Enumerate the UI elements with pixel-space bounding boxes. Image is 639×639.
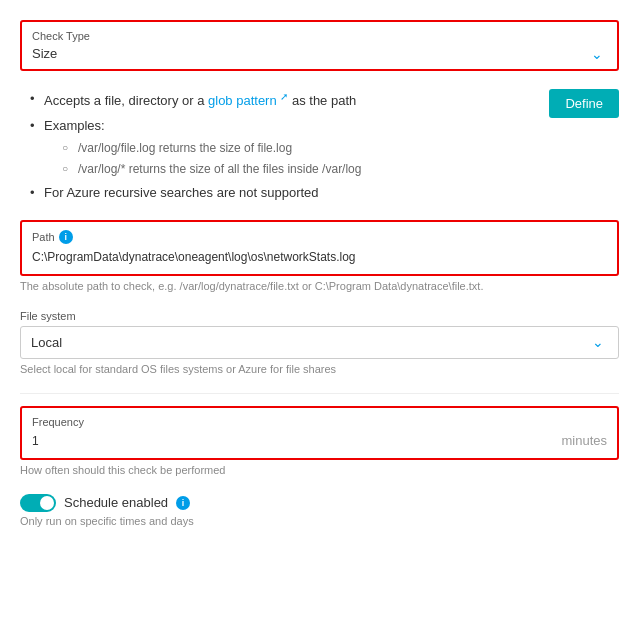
toggle-knob (40, 496, 54, 510)
frequency-input[interactable] (32, 432, 561, 450)
check-type-select[interactable]: Size Exists Age Count (32, 46, 607, 61)
bullet-azure: For Azure recursive searches are not sup… (30, 183, 537, 203)
schedule-label: Schedule enabled (64, 495, 168, 510)
bullet-text-before: Accepts a file, directory or a (44, 93, 208, 108)
check-type-box: Check Type Size Exists Age Count ⌄ (20, 20, 619, 71)
frequency-row: minutes (32, 432, 607, 450)
define-button[interactable]: Define (549, 89, 619, 118)
path-info-icon[interactable]: i (59, 230, 73, 244)
frequency-unit: minutes (561, 433, 607, 448)
check-type-label: Check Type (32, 30, 607, 42)
frequency-box: Frequency minutes (20, 406, 619, 460)
frequency-section: Frequency minutes How often should this … (20, 406, 619, 476)
example-1: /var/log/file.log returns the size of fi… (62, 139, 537, 157)
azure-text: For Azure recursive searches are not sup… (44, 185, 319, 200)
check-type-select-wrapper[interactable]: Size Exists Age Count ⌄ (32, 46, 607, 61)
divider (20, 393, 619, 394)
frequency-hint: How often should this check be performed (20, 464, 619, 476)
schedule-section: Schedule enabled i Only run on specific … (20, 494, 619, 527)
file-system-select-wrapper[interactable]: Local Azure ⌄ (31, 335, 608, 350)
bullet-examples: Examples: /var/log/file.log returns the … (30, 116, 537, 179)
examples-list: /var/log/file.log returns the size of fi… (62, 139, 537, 178)
info-bullet-list: Accepts a file, directory or a glob patt… (30, 89, 537, 203)
file-system-section: File system Local Azure ⌄ Select local f… (20, 310, 619, 375)
bullet-glob-pattern: Accepts a file, directory or a glob patt… (30, 89, 537, 111)
path-label-row: Path i (32, 230, 607, 244)
glob-pattern-link[interactable]: glob pattern ➚ (208, 93, 288, 108)
external-link-icon: ➚ (280, 91, 288, 102)
info-section: Accepts a file, directory or a glob patt… (20, 89, 619, 208)
schedule-hint: Only run on specific times and days (20, 515, 619, 527)
path-label: Path (32, 231, 55, 243)
example-2: /var/log/* returns the size of all the f… (62, 160, 537, 178)
file-system-hint: Select local for standard OS files syste… (20, 363, 619, 375)
path-input[interactable] (32, 248, 607, 266)
file-system-label: File system (20, 310, 619, 322)
path-hint: The absolute path to check, e.g. /var/lo… (20, 280, 619, 292)
schedule-toggle[interactable] (20, 494, 56, 512)
file-system-box: Local Azure ⌄ (20, 326, 619, 359)
path-section: Path i The absolute path to check, e.g. … (20, 220, 619, 292)
file-system-select[interactable]: Local Azure (31, 335, 608, 350)
schedule-info-icon[interactable]: i (176, 496, 190, 510)
examples-label: Examples: (44, 118, 105, 133)
info-content: Accepts a file, directory or a glob patt… (20, 89, 537, 208)
frequency-label: Frequency (32, 416, 607, 428)
path-box: Path i (20, 220, 619, 276)
check-type-section: Check Type Size Exists Age Count ⌄ (20, 20, 619, 71)
bullet-text-after: as the path (292, 93, 356, 108)
toggle-row: Schedule enabled i (20, 494, 619, 512)
